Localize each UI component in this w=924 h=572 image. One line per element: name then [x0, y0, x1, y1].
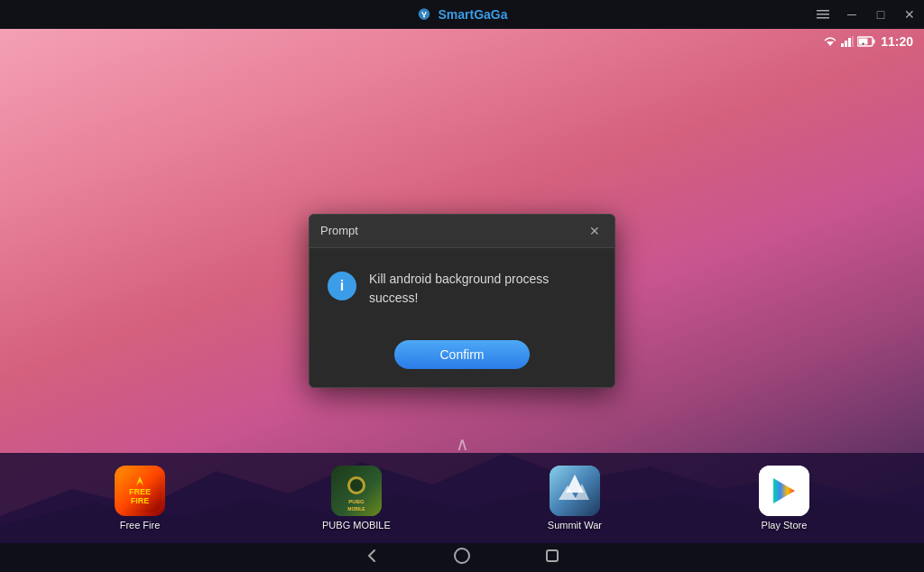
confirm-button[interactable]: Confirm: [394, 340, 529, 369]
dialog-overlay: Prompt ✕ i Kill android background proce…: [0, 29, 924, 572]
dialog-close-button[interactable]: ✕: [586, 222, 604, 240]
svg-rect-1: [817, 10, 829, 12]
dialog-message: Kill android background process success!: [369, 270, 596, 308]
hamburger-icon: [817, 10, 829, 19]
svg-rect-2: [817, 14, 829, 15]
svg-rect-3: [817, 17, 829, 19]
app-title: SmartGaGa: [438, 7, 507, 22]
svg-point-0: [423, 15, 425, 17]
dialog-titlebar: Prompt ✕: [310, 215, 614, 248]
prompt-dialog: Prompt ✕ i Kill android background proce…: [309, 214, 615, 388]
logo-icon: [416, 6, 432, 23]
titlebar: SmartGaGa ─ □ ✕: [0, 0, 924, 29]
app-logo: SmartGaGa: [416, 6, 507, 23]
close-button[interactable]: ✕: [895, 0, 924, 29]
maximize-button[interactable]: □: [866, 0, 895, 29]
minimize-button[interactable]: ─: [837, 0, 866, 29]
menu-button[interactable]: [808, 0, 837, 29]
dialog-footer: Confirm: [310, 329, 614, 387]
emulator-screen: + 11:20 Prompt ✕ i Kill android backgrou…: [0, 29, 924, 572]
dialog-title: Prompt: [320, 224, 358, 237]
window-controls: ─ □ ✕: [808, 0, 924, 29]
info-icon: i: [328, 272, 356, 300]
dialog-body: i Kill android background process succes…: [310, 248, 614, 329]
